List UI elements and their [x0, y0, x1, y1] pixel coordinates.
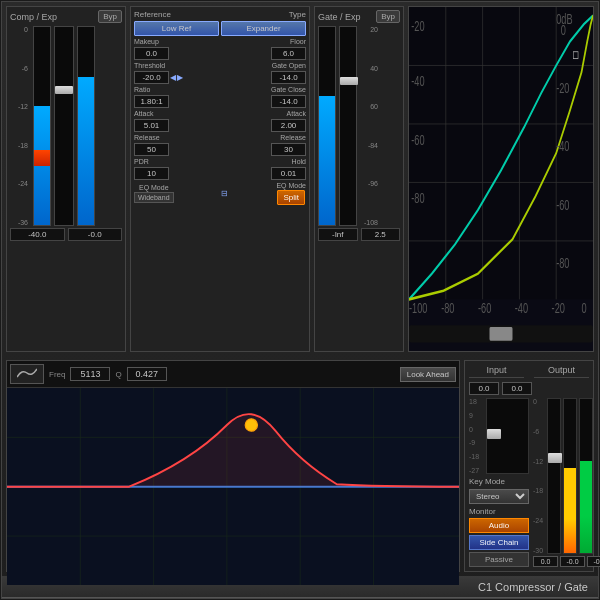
type-attack-value[interactable]: 2.00: [271, 119, 306, 132]
transfer-graph-svg: 0dB -100 -80 -60 -40 -20 0 -20 -40 -60 -…: [409, 7, 593, 351]
gate-open-value[interactable]: -14.0: [271, 71, 306, 84]
ref-eqmode-value[interactable]: Wideband: [134, 192, 174, 203]
svg-text:-20: -20: [552, 300, 566, 315]
meter-peak-1: [34, 150, 50, 166]
plugin-title: C1 Compressor / Gate: [478, 581, 588, 593]
attack-values: 5.01 2.00: [134, 119, 306, 132]
type-release-value[interactable]: 30: [271, 143, 306, 156]
output-fader-thumb[interactable]: [548, 453, 562, 463]
svg-text:-100: -100: [409, 300, 428, 315]
input-values: 0.0 0.0: [469, 382, 589, 395]
hold-label: Hold: [292, 158, 306, 165]
look-ahead-button[interactable]: Look Ahead: [400, 367, 456, 382]
key-mode-select[interactable]: Stereo: [469, 489, 529, 504]
ratio-value[interactable]: 1.80:1: [134, 95, 169, 108]
key-mode-section: Key Mode Stereo: [469, 477, 529, 504]
input-db-labels: 18 9 0 -9 -18 -27: [469, 398, 484, 474]
output-vu-1: [563, 398, 577, 554]
ref-attack-value[interactable]: 5.01: [134, 119, 169, 132]
key-mode-label: Key Mode: [469, 477, 529, 486]
io-headers: Input Output: [469, 365, 589, 378]
input-value-2[interactable]: 0.0: [502, 382, 532, 395]
comp-byp-button[interactable]: Byp: [98, 10, 122, 23]
eq-panel: Freq Q Look Ahead: [6, 360, 460, 572]
gate-close-value[interactable]: -14.0: [271, 95, 306, 108]
input-controls: 18 9 0 -9 -18 -27 Key Mode: [469, 398, 529, 567]
center-panel: Reference Type Low Ref Expander Makeup F…: [130, 6, 310, 352]
output-value-3[interactable]: -0.0: [587, 556, 600, 567]
meter-fill-2: [78, 77, 94, 226]
thresh-gateopen-labels: Threshold Gate Open: [134, 62, 306, 69]
comp-exp-panel: Comp / Exp Byp 0 -6 -12 -18 -24 -36: [6, 6, 126, 352]
gate-values: -Inf 2.5: [318, 228, 400, 241]
output-value-2[interactable]: -0.0: [560, 556, 585, 567]
svg-text:-40: -40: [556, 139, 570, 154]
svg-text:-40: -40: [411, 73, 425, 88]
threshold-arrow-left[interactable]: ◀: [170, 73, 176, 82]
input-value-1[interactable]: 0.0: [469, 382, 499, 395]
ref-eqmode-label: EQ Mode: [139, 184, 169, 191]
low-ref-button[interactable]: Low Ref: [134, 21, 219, 36]
input-fader[interactable]: [486, 398, 529, 474]
type-eqmode-value[interactable]: Split: [277, 190, 305, 205]
ratio-gateclose-values: 1.80:1 -14.0: [134, 95, 306, 108]
eq-type-button[interactable]: [10, 364, 44, 384]
type-eqmode-label: EQ Mode: [276, 182, 306, 189]
side-chain-button[interactable]: Side Chain: [469, 535, 529, 550]
floor-label: Floor: [290, 38, 306, 45]
audio-button[interactable]: Audio: [469, 518, 529, 533]
gate-byp-button[interactable]: Byp: [376, 10, 400, 23]
gate-meter-labels: 20 40 60 -84 -96 -108: [360, 26, 380, 226]
release-labels: Release Release: [134, 134, 306, 141]
link-icon[interactable]: ⊟: [221, 189, 228, 198]
comp-threshold-slider[interactable]: [54, 26, 74, 226]
eq-q-input[interactable]: [127, 367, 167, 381]
svg-text:-20: -20: [411, 18, 425, 33]
passive-button[interactable]: Passive: [469, 552, 529, 567]
comp-exp-title: Comp / Exp: [10, 12, 57, 22]
bottom-row: Freq Q Look Ahead: [2, 356, 598, 576]
eq-graph: [7, 388, 459, 585]
thresh-gateopen-values: -20.0 ◀ ▶ -14.0: [134, 71, 306, 84]
gate-exp-header: Gate / Exp Byp: [318, 10, 400, 23]
gate-fill-1: [319, 96, 335, 225]
meter-labels: 0 -6 -12 -18 -24 -36: [10, 26, 30, 226]
ref-release-value[interactable]: 50: [134, 143, 169, 156]
gate-close-label: Gate Close: [271, 86, 306, 93]
svg-text:-60: -60: [478, 300, 492, 315]
output-meters-row: 0 -6 -12 -18 -24 -30: [533, 398, 600, 554]
gate-meter-1: [318, 26, 336, 226]
makeup-value[interactable]: 0.0: [134, 47, 169, 60]
input-fader-thumb[interactable]: [487, 429, 501, 439]
comp-meter-2: [77, 26, 95, 226]
ref-attack-label: Attack: [134, 110, 153, 117]
eq-freq-input[interactable]: [70, 367, 110, 381]
monitor-label: Monitor: [469, 507, 529, 516]
comp-value-1: -40.0: [10, 228, 65, 241]
q-label: Q: [115, 370, 121, 379]
floor-value[interactable]: 6.0: [271, 47, 306, 60]
attack-labels: Attack Attack: [134, 110, 306, 117]
comp-slider-thumb[interactable]: [55, 86, 73, 94]
input-slider-area: 18 9 0 -9 -18 -27: [469, 398, 529, 474]
type-attack-label: Attack: [287, 110, 306, 117]
output-fader[interactable]: [547, 398, 561, 554]
threshold-value[interactable]: -20.0: [134, 71, 169, 84]
hold-value[interactable]: 0.01: [271, 167, 306, 180]
output-db-labels: 0 -6 -12 -18 -24 -30: [533, 398, 545, 554]
ref-type-panel: Reference Type Low Ref Expander Makeup F…: [130, 6, 310, 352]
ref-type-header: Reference Type: [134, 10, 306, 19]
ref-type-buttons: Low Ref Expander: [134, 21, 306, 36]
input-title: Input: [469, 365, 524, 378]
gate-slider-thumb[interactable]: [340, 77, 358, 85]
expander-button[interactable]: Expander: [221, 21, 306, 36]
svg-text:-80: -80: [441, 300, 455, 315]
vu-fill-1: [564, 468, 576, 553]
pdr-value[interactable]: 10: [134, 167, 169, 180]
gate-threshold-slider[interactable]: [339, 26, 357, 226]
threshold-arrow-right[interactable]: ▶: [177, 73, 183, 82]
pdr-hold-values: 10 0.01: [134, 167, 306, 180]
output-value-1[interactable]: 0.0: [533, 556, 558, 567]
gate-exp-title: Gate / Exp: [318, 12, 361, 22]
makeup-floor-values: 0.0 6.0: [134, 47, 306, 60]
